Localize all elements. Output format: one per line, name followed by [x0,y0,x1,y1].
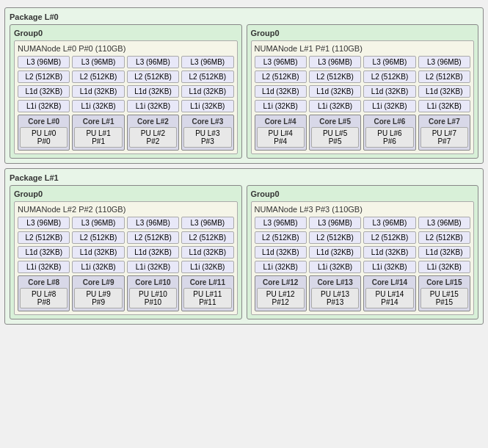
cache-cell: L2 (512KB) [418,71,470,83]
group-label: Group0 [14,189,238,198]
cores-row: Core L#0PU L#0 P#0Core L#1PU L#1 P#1Core… [18,115,234,151]
cache-row: L1d (32KB)L1d (32KB)L1d (32KB)L1d (32KB) [255,85,471,98]
cache-cell: L1i (32KB) [127,100,179,112]
cache-row: L1i (32KB)L1i (32KB)L1i (32KB)L1i (32KB) [255,261,471,273]
cache-row: L2 (512KB)L2 (512KB)L2 (512KB)L2 (512KB) [255,231,471,244]
numa-label: NUMANode L#0 P#0 (110GB) [18,44,234,53]
pu-box: PU L#5 P#5 [311,127,359,148]
cache-cell: L1i (32KB) [181,100,233,112]
cache-row: L1i (32KB)L1i (32KB)L1i (32KB)L1i (32KB) [18,100,234,112]
cache-cell: L1i (32KB) [418,100,470,112]
pu-box: PU L#6 P#6 [365,127,413,148]
package: Package L#0Group0NUMANode L#0 P#0 (110GB… [4,7,484,164]
cache-row: L3 (96MB)L3 (96MB)L3 (96MB)L3 (96MB) [18,56,234,68]
core-label: Core L#12 [257,278,305,286]
pu-box: PU L#13 P#13 [311,288,359,308]
pu-box: PU L#7 P#7 [420,127,468,148]
cache-cell: L1i (32KB) [418,261,470,273]
cache-row: L2 (512KB)L2 (512KB)L2 (512KB)L2 (512KB) [18,231,234,244]
core-label: Core L#2 [129,118,177,126]
core-label: Core L#4 [257,118,305,126]
cache-cell: L1i (32KB) [72,100,124,112]
cache-cell: L1d (32KB) [418,246,470,259]
group-label: Group0 [251,189,475,198]
pu-box: PU L#9 P#9 [74,288,122,308]
core-box: Core L#11PU L#11 P#11 [181,275,233,311]
cache-cell: L1d (32KB) [72,246,124,259]
pu-box: PU L#3 P#3 [183,127,231,148]
cache-cell: L2 (512KB) [418,231,470,244]
numa-label: NUMANode L#1 P#1 (110GB) [255,44,471,53]
package-label: Package L#0 [10,12,478,21]
core-box: Core L#14PU L#14 P#14 [363,275,415,311]
core-box: Core L#9PU L#9 P#9 [72,275,124,311]
machine-container: Package L#0Group0NUMANode L#0 P#0 (110GB… [4,7,484,325]
cache-cell: L2 (512KB) [363,231,415,244]
cache-cell: L3 (96MB) [181,217,233,229]
core-label: Core L#5 [311,118,359,126]
cores-row: Core L#12PU L#12 P#12Core L#13PU L#13 P#… [255,275,471,311]
cache-cell: L2 (512KB) [127,71,179,83]
core-label: Core L#7 [420,118,468,126]
core-box: Core L#8PU L#8 P#8 [18,275,70,311]
core-label: Core L#15 [420,278,468,286]
core-label: Core L#6 [365,118,413,126]
cache-cell: L1d (32KB) [363,85,415,98]
core-label: Core L#0 [20,118,68,126]
core-label: Core L#13 [311,278,359,286]
cache-cell: L1d (32KB) [181,246,233,259]
core-box: Core L#2PU L#2 P#2 [127,115,179,151]
cache-cell: L1d (32KB) [18,246,70,259]
group: Group0NUMANode L#1 P#1 (110GB)L3 (96MB)L… [247,24,479,159]
numa-node: NUMANode L#3 P#3 (110GB)L3 (96MB)L3 (96M… [251,201,475,315]
cache-cell: L1d (32KB) [181,85,233,98]
cache-row: L3 (96MB)L3 (96MB)L3 (96MB)L3 (96MB) [18,217,234,229]
core-label: Core L#14 [365,278,413,286]
cache-row: L1d (32KB)L1d (32KB)L1d (32KB)L1d (32KB) [18,85,234,98]
cache-cell: L2 (512KB) [72,71,124,83]
cache-cell: L3 (96MB) [309,56,361,68]
numa-node: NUMANode L#1 P#1 (110GB)L3 (96MB)L3 (96M… [251,40,475,154]
cache-row: L1i (32KB)L1i (32KB)L1i (32KB)L1i (32KB) [255,100,471,112]
core-box: Core L#0PU L#0 P#0 [18,115,70,151]
package: Package L#1Group0NUMANode L#2 P#2 (110GB… [4,168,484,325]
cache-cell: L2 (512KB) [72,231,124,244]
core-label: Core L#8 [20,278,68,286]
cache-cell: L1i (32KB) [127,261,179,273]
pu-box: PU L#15 P#15 [420,288,468,308]
cache-cell: L1d (32KB) [309,85,361,98]
cache-cell: L1d (32KB) [255,85,307,98]
core-box: Core L#15PU L#15 P#15 [418,275,470,311]
pu-box: PU L#10 P#10 [129,288,177,308]
package-label: Package L#1 [10,173,478,182]
numa-node: NUMANode L#2 P#2 (110GB)L3 (96MB)L3 (96M… [14,201,238,315]
core-box: Core L#5PU L#5 P#5 [309,115,361,151]
cache-cell: L1d (32KB) [309,246,361,259]
cache-cell: L1i (32KB) [72,261,124,273]
cache-row: L2 (512KB)L2 (512KB)L2 (512KB)L2 (512KB) [18,71,234,83]
cache-cell: L3 (96MB) [255,217,307,229]
cache-cell: L1i (32KB) [255,100,307,112]
cache-cell: L1d (32KB) [18,85,70,98]
cache-cell: L3 (96MB) [72,56,124,68]
core-label: Core L#3 [183,118,231,126]
core-label: Core L#1 [74,118,122,126]
cores-row: Core L#4PU L#4 P#4Core L#5PU L#5 P#5Core… [255,115,471,151]
numa-label: NUMANode L#2 P#2 (110GB) [18,205,234,214]
cache-cell: L2 (512KB) [309,71,361,83]
cache-cell: L3 (96MB) [18,56,70,68]
cache-cell: L2 (512KB) [363,71,415,83]
cache-cell: L1i (32KB) [18,100,70,112]
cache-cell: L2 (512KB) [255,71,307,83]
cache-cell: L3 (96MB) [127,56,179,68]
cache-row: L3 (96MB)L3 (96MB)L3 (96MB)L3 (96MB) [255,56,471,68]
cache-cell: L1i (32KB) [255,261,307,273]
pu-box: PU L#1 P#1 [74,127,122,148]
pu-box: PU L#12 P#12 [257,288,305,308]
cache-cell: L1i (32KB) [363,100,415,112]
group: Group0NUMANode L#3 P#3 (110GB)L3 (96MB)L… [247,185,479,319]
cache-cell: L2 (512KB) [309,231,361,244]
core-label: Core L#10 [129,278,177,286]
pu-box: PU L#14 P#14 [365,288,413,308]
core-box: Core L#7PU L#7 P#7 [418,115,470,151]
